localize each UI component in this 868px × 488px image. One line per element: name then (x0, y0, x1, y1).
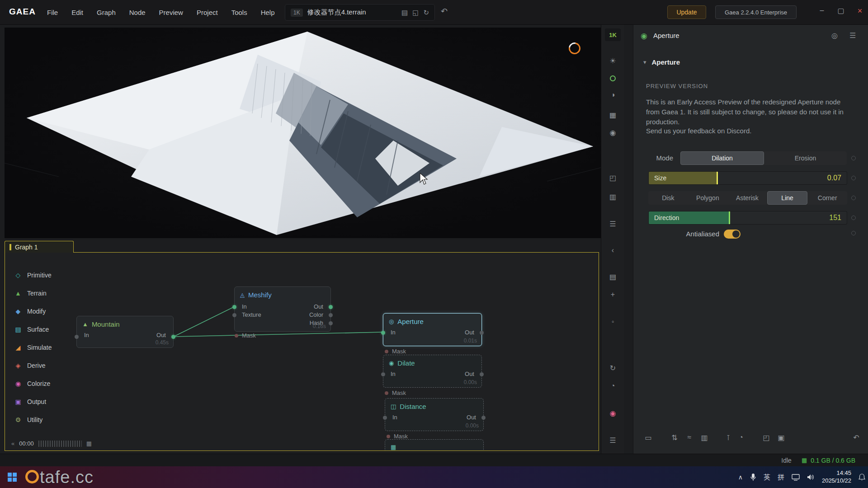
sun-icon[interactable]: ☀ (601, 56, 624, 65)
sort-icon[interactable]: ⇅ (669, 433, 680, 442)
close-icon[interactable]: × (855, 6, 864, 16)
antialiased-reset-icon[interactable] (851, 231, 856, 235)
monitor-icon[interactable] (792, 474, 800, 481)
node-partial[interactable]: ▦ (385, 439, 484, 451)
save-icon[interactable]: ▤ (401, 9, 408, 17)
distance-in-port[interactable] (383, 416, 387, 420)
category-primitive[interactable]: ◇Primitive (9, 266, 56, 284)
category-surface[interactable]: ▤Surface (9, 320, 56, 338)
menu-tools[interactable]: Tools (231, 9, 247, 16)
category-utility[interactable]: ⚙Utility (9, 411, 56, 429)
timer-icon[interactable]: ◔ (735, 433, 747, 441)
mountain-in-port[interactable] (75, 335, 79, 339)
menu-help[interactable]: Help (261, 9, 275, 16)
node-distance[interactable]: ◫Distance InOut 0.00s (385, 398, 484, 431)
distance-out-port[interactable] (481, 416, 486, 420)
panel-menu-icon[interactable]: ☰ (849, 31, 856, 40)
curve-icon[interactable]: ≈ (684, 433, 695, 441)
tray-expand-icon[interactable]: ∧ (738, 474, 743, 481)
viewport-menu-icon[interactable]: ☰ (601, 220, 624, 228)
graph-menu-icon[interactable]: ☰ (601, 436, 624, 445)
dilate-in-port[interactable] (381, 372, 385, 376)
copy-icon[interactable]: ◱ (412, 9, 419, 17)
notification-bell-icon[interactable] (859, 474, 865, 481)
size-value[interactable]: 0.07 (827, 174, 841, 182)
menu-file[interactable]: File (47, 9, 58, 16)
speaker-icon[interactable] (807, 474, 815, 481)
antialiased-toggle[interactable] (724, 230, 741, 239)
maximize-icon[interactable]: ▢ (836, 6, 845, 16)
menu-edit[interactable]: Edit (71, 9, 83, 16)
shape-asterisk-button[interactable]: Asterisk (727, 191, 767, 205)
taskbar-clock[interactable]: 14:45 2025/10/22 (822, 469, 851, 485)
menu-node[interactable]: Node (129, 9, 146, 16)
size-reset-icon[interactable] (851, 176, 856, 180)
menu-project[interactable]: Project (197, 9, 218, 16)
direction-slider[interactable]: Direction 151 (648, 211, 847, 225)
document-tab[interactable]: 1K 修改器节点4.terrain ▤ ◱ ↻ (285, 4, 435, 21)
shape-polygon-button[interactable]: Polygon (688, 191, 728, 205)
menu-preview[interactable]: Preview (159, 9, 183, 16)
mask-port-dot[interactable] (385, 350, 388, 353)
mask-port-dot[interactable] (235, 334, 238, 338)
section-aperture[interactable]: ▾ Aperture (643, 58, 680, 66)
shape-corner-button[interactable]: Corner (807, 191, 847, 205)
timeline-scrubber[interactable] (38, 441, 82, 447)
timeline-grid-icon[interactable]: ▦ (86, 440, 92, 447)
layout-icon[interactable]: ◰ (601, 174, 624, 182)
category-derive[interactable]: ◈Derive (9, 357, 56, 375)
category-colorize[interactable]: ◉Colorize (9, 375, 56, 393)
category-terrain[interactable]: ▲Terrain (9, 284, 56, 302)
version-button[interactable]: Gaea 2.2.4.0 Enterprise (715, 5, 797, 19)
direction-reset-icon[interactable] (851, 216, 856, 220)
meshify-out-port[interactable] (329, 305, 333, 309)
meshify-in-port[interactable] (232, 305, 236, 309)
windows-start-icon[interactable] (7, 472, 17, 482)
node-graph[interactable]: ◇Primitive ▲Terrain ◆Modify ▤Surface ◢Si… (5, 252, 599, 451)
mask-port-dot[interactable] (387, 435, 390, 438)
graph-timeline[interactable]: « 00:00 ▦ (11, 440, 92, 447)
history-icon[interactable]: ↻ (423, 9, 429, 17)
mode-erosion-button[interactable]: Erosion (764, 151, 847, 165)
node-dilate[interactable]: ◉Dilate InOut 0.00s (383, 355, 482, 388)
library-icon[interactable]: ▤ (601, 272, 624, 281)
mode-reset-icon[interactable] (851, 156, 856, 160)
collapse-panel-icon[interactable]: ‹ (601, 246, 624, 254)
direction-value[interactable]: 151 (829, 214, 841, 222)
node-mountain[interactable]: ▲Mountain InOut 0.45s (76, 316, 174, 348)
undo-icon[interactable]: ↶ (441, 6, 448, 16)
droplet-icon[interactable]: ◦ (601, 318, 624, 326)
resolution-badge[interactable]: 1K (605, 28, 621, 41)
menu-graph[interactable]: Graph (97, 9, 116, 16)
meshify-hash-port[interactable] (329, 321, 333, 325)
category-modify[interactable]: ◆Modify (9, 302, 56, 320)
aperture-in-port[interactable] (381, 331, 385, 335)
ime-mode-indicator[interactable]: 拼 (778, 473, 784, 482)
viewport-3d[interactable] (5, 28, 601, 238)
dilate-out-port[interactable] (480, 372, 484, 376)
update-button[interactable]: Update (667, 5, 706, 19)
mountain-out-port[interactable] (171, 335, 175, 339)
mask-port-dot[interactable] (385, 391, 388, 395)
add-node-icon[interactable]: + (601, 291, 624, 299)
grid-icon[interactable]: ▦ (601, 111, 624, 119)
graph-tab[interactable]: Graph 1 (5, 241, 74, 253)
microphone-icon[interactable] (750, 473, 756, 481)
mode-dilation-button[interactable]: Dilation (680, 151, 764, 165)
category-simulate[interactable]: ◢Simulate (9, 338, 56, 357)
shape-reset-icon[interactable] (851, 196, 856, 200)
fit-icon[interactable]: ◰ (760, 433, 772, 442)
meshify-texture-port[interactable] (232, 313, 236, 317)
panels-icon[interactable]: ▥ (601, 192, 624, 201)
aperture-out-port[interactable] (480, 331, 484, 335)
timeline-start-icon[interactable]: « (11, 440, 14, 447)
node-aperture[interactable]: ◎Aperture InOut 0.01s (383, 313, 482, 346)
refresh-icon[interactable]: ↻ (601, 364, 624, 372)
fullscreen-icon[interactable]: ▣ (775, 433, 787, 442)
geometry-icon[interactable] (610, 75, 616, 81)
shading-icon[interactable]: ◑ (601, 91, 624, 99)
target-icon[interactable]: ◎ (831, 31, 838, 40)
shape-disk-button[interactable]: Disk (648, 191, 688, 205)
node-meshify[interactable]: ◬Meshify In Texture Out Color Hash 0.16s (234, 286, 331, 332)
shape-line-button[interactable]: Line (767, 191, 808, 205)
